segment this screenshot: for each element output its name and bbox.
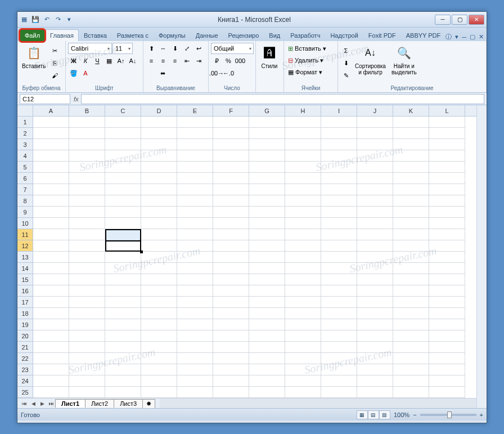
row-header[interactable]: 18 — [17, 308, 33, 319]
tab-home[interactable]: Главная — [45, 29, 79, 41]
cell[interactable] — [177, 252, 213, 263]
cell[interactable] — [33, 364, 69, 375]
cell[interactable] — [357, 319, 393, 330]
col-header[interactable]: L — [429, 105, 465, 116]
cell[interactable] — [321, 229, 357, 240]
cell[interactable] — [285, 139, 321, 150]
currency-icon[interactable]: ₽ — [211, 55, 222, 66]
cell[interactable] — [213, 150, 249, 162]
cell[interactable] — [321, 195, 357, 207]
cell[interactable] — [249, 139, 285, 150]
cell[interactable] — [357, 218, 393, 229]
cell[interactable] — [105, 195, 141, 207]
cell[interactable] — [321, 285, 357, 297]
cells-area[interactable] — [33, 117, 476, 398]
col-header[interactable]: G — [249, 105, 285, 116]
font-color-icon[interactable]: A — [80, 68, 91, 79]
cell[interactable] — [285, 218, 321, 229]
row-header[interactable]: 19 — [17, 319, 33, 330]
cell[interactable] — [321, 150, 357, 162]
cell[interactable] — [213, 207, 249, 218]
cell[interactable] — [177, 195, 213, 207]
cell[interactable] — [177, 117, 213, 128]
cell[interactable] — [141, 342, 177, 353]
cell[interactable] — [69, 297, 105, 308]
bold-button[interactable]: Ж — [68, 55, 79, 66]
cell[interactable] — [177, 128, 213, 139]
cell[interactable] — [69, 330, 105, 342]
col-header[interactable]: F — [213, 105, 249, 116]
col-header[interactable]: J — [357, 105, 393, 116]
cell[interactable] — [213, 173, 249, 184]
cell[interactable] — [69, 364, 105, 375]
col-header[interactable]: D — [141, 105, 177, 116]
cell[interactable] — [321, 297, 357, 308]
tab-layout[interactable]: Разметка с — [112, 29, 154, 41]
cell[interactable] — [321, 308, 357, 319]
cell[interactable] — [429, 285, 465, 297]
cell[interactable] — [357, 375, 393, 387]
new-sheet-button[interactable]: ✸ — [142, 399, 155, 408]
cell[interactable] — [357, 387, 393, 398]
tab-insert[interactable]: Вставка — [79, 29, 112, 41]
cell[interactable] — [321, 252, 357, 263]
cell[interactable] — [285, 184, 321, 195]
cell[interactable] — [285, 274, 321, 285]
cell[interactable] — [141, 387, 177, 398]
cell[interactable] — [69, 252, 105, 263]
cell[interactable] — [429, 128, 465, 139]
row-headers[interactable]: 1234567891011121314151617181920212223242… — [17, 117, 33, 398]
cell[interactable] — [69, 207, 105, 218]
cell[interactable] — [141, 240, 177, 252]
col-header[interactable]: A — [33, 105, 69, 116]
underline-button[interactable]: Ч — [92, 55, 103, 66]
cell[interactable] — [393, 297, 429, 308]
cut-icon[interactable]: ✂ — [49, 45, 60, 56]
cell[interactable] — [33, 263, 69, 274]
cell[interactable] — [285, 330, 321, 342]
sheet-nav-prev-icon[interactable]: ◀ — [29, 399, 38, 408]
find-select-button[interactable]: 🔍 Найти и выделить — [389, 43, 419, 83]
cell[interactable] — [33, 117, 69, 128]
cell[interactable] — [357, 195, 393, 207]
cell[interactable] — [249, 128, 285, 139]
sort-filter-button[interactable]: A↓ Сортировка и фильтр — [353, 43, 388, 83]
tab-review[interactable]: Рецензиро — [223, 29, 264, 41]
sheet-nav-first-icon[interactable]: ⏮ — [20, 399, 29, 408]
cell[interactable] — [213, 229, 249, 240]
cell[interactable] — [393, 308, 429, 319]
cell[interactable] — [105, 162, 141, 173]
cell[interactable] — [141, 150, 177, 162]
tab-foxit[interactable]: Foxit PDF — [363, 29, 401, 41]
align-left-icon[interactable]: ≡ — [146, 55, 157, 66]
cell[interactable] — [321, 240, 357, 252]
cell[interactable] — [177, 308, 213, 319]
cell[interactable] — [177, 319, 213, 330]
cell[interactable] — [285, 150, 321, 162]
maximize-button[interactable]: ▢ — [452, 15, 467, 25]
cell[interactable] — [69, 184, 105, 195]
cell[interactable] — [357, 263, 393, 274]
cell[interactable] — [429, 207, 465, 218]
cell[interactable] — [393, 263, 429, 274]
tab-formulas[interactable]: Формулы — [154, 29, 191, 41]
clear-icon[interactable]: ✎ — [340, 70, 352, 81]
cell[interactable] — [177, 173, 213, 184]
cell[interactable] — [393, 150, 429, 162]
cell[interactable] — [33, 274, 69, 285]
increase-decimal-icon[interactable]: .00→ — [211, 68, 222, 79]
cell[interactable] — [285, 308, 321, 319]
cell[interactable] — [177, 207, 213, 218]
cell[interactable] — [177, 229, 213, 240]
close-button[interactable]: ✕ — [469, 15, 484, 25]
row-header[interactable]: 11 — [17, 229, 33, 240]
cell[interactable] — [141, 330, 177, 342]
cell[interactable] — [141, 274, 177, 285]
cell[interactable] — [285, 173, 321, 184]
cell[interactable] — [249, 150, 285, 162]
cell[interactable] — [393, 274, 429, 285]
cell[interactable] — [141, 128, 177, 139]
cell[interactable] — [285, 162, 321, 173]
cell[interactable] — [321, 218, 357, 229]
row-header[interactable]: 6 — [17, 173, 33, 184]
